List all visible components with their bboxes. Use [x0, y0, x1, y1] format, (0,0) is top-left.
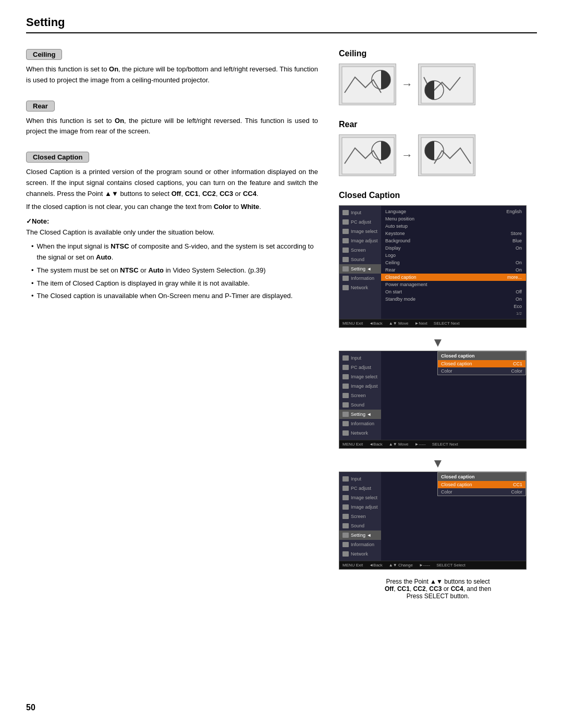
bullet-2: • [31, 265, 34, 276]
rear-after-box [418, 134, 475, 176]
ceiling-section: Ceiling When this function is set to On,… [26, 49, 318, 86]
ceiling-text: When this function is set to On, the pic… [26, 64, 318, 86]
rear-heading: Rear [339, 120, 537, 129]
rear-section: Rear When this function is set to On, th… [26, 101, 318, 138]
sidebar3-image-select: Image select [339, 493, 381, 502]
rear-before-svg [339, 135, 396, 176]
ceiling-tag: Ceiling [26, 49, 62, 60]
rear-after-svg [419, 135, 475, 176]
menu-main-3: Closed caption Closed captionCC1 ColorCo… [381, 472, 526, 561]
menu-row-closed-caption: Closed captionmore... [381, 274, 526, 281]
menu-sidebar-3: Input PC adjust Image select Image adjus… [339, 472, 381, 561]
ceiling-arrow: → [401, 78, 413, 91]
sidebar3-network: Network [339, 549, 381, 559]
footer3-back: ◄Back [369, 563, 383, 567]
footer3-select: SELECT Select [436, 563, 465, 567]
page-container: Setting Ceiling When this function is se… [0, 0, 563, 635]
rear-arrow: → [401, 149, 413, 162]
menu-row-ceiling: CeilingOn [381, 259, 526, 266]
menu-row-page: 1/2 [381, 310, 526, 317]
sidebar3-sound: Sound [339, 521, 381, 530]
footer3-change: ▲▼ Change [389, 563, 413, 567]
closed-caption-section: Closed Caption Closed Caption is a print… [26, 152, 318, 302]
submenu-3-row-color: ColorColor [438, 488, 525, 496]
bullet-3: • [31, 278, 34, 289]
menu-row-menu-pos: Menu position [381, 215, 526, 223]
page-number: 50 [26, 703, 35, 712]
menu-row-on-start: On startOff [381, 288, 526, 295]
menu-mockup-1: Input PC adjust Image select Image adjus… [339, 205, 527, 328]
sidebar2-input: Input [339, 353, 381, 363]
footer-move: ▲▼ Move [389, 321, 409, 326]
down-arrow-2: ▼ [339, 457, 537, 470]
closed-caption-intro: Closed Caption is a printed version of t… [26, 167, 318, 199]
note-items-list: • When the input signal is NTSC of compo… [26, 241, 318, 302]
sidebar2-screen: Screen [339, 391, 381, 400]
rear-tag: Rear [26, 101, 55, 112]
submenu-2-row-cc: Closed captionCC1 [438, 360, 525, 367]
note-item-1: • When the input signal is NTSC of compo… [31, 241, 318, 263]
footer2-move: ▲▼ Move [389, 442, 409, 447]
menu-footer-2: MENU Exit ◄Back ▲▼ Move ►----- SELECT Ne… [339, 440, 526, 448]
sidebar2-image-adjust: Image adjust [339, 381, 381, 391]
note-item-3-text: The item of Closed Caption is displayed … [37, 278, 250, 289]
sidebar3-pc-adjust: PC adjust [339, 484, 381, 493]
note-item-4-text: The Closed caption is unavailable when O… [37, 291, 293, 302]
page-title: Setting [26, 16, 537, 29]
menu-row-logo: Logo [381, 252, 526, 259]
ceiling-heading: Ceiling [339, 49, 537, 58]
sidebar3-screen: Screen [339, 512, 381, 521]
closed-caption-tag: Closed Caption [26, 152, 89, 163]
bottom-note-line3: Press SELECT button. [339, 593, 537, 600]
bullet-4: • [31, 291, 34, 302]
bottom-note-line1: Press the Point ▲▼ buttons to select [339, 578, 537, 585]
ceiling-after-svg [419, 64, 475, 105]
submenu-3-row-cc: Closed captionCC1 [438, 481, 525, 488]
note-situation: The Closed Caption is available only und… [26, 227, 318, 238]
menu-row-eco: Eco [381, 303, 526, 310]
footer-next: ►Next [414, 321, 427, 326]
footer2-exit: MENU Exit [342, 442, 363, 447]
note-item-1-text: When the input signal is NTSC of composi… [37, 241, 318, 263]
menu-sidebar-1: Input PC adjust Image select Image adjus… [339, 206, 381, 319]
submenu-3-title: Closed caption [438, 473, 525, 481]
menu-row-standby: Standby modeOn [381, 295, 526, 303]
submenu-2: Closed caption Closed captionCC1 ColorCo… [437, 351, 526, 375]
closed-caption-color-note: If the closed caption is not clear, you … [26, 202, 318, 213]
note-item-2: • The system must be set on NTSC or Auto… [31, 265, 318, 276]
sidebar2-pc-adjust: PC adjust [339, 363, 381, 372]
rear-before-box [339, 134, 396, 176]
menu-main-2: Closed caption Closed captionCC1 ColorCo… [381, 351, 526, 440]
menu-row-language: LanguageEnglish [381, 208, 526, 215]
ceiling-diagram-section: Ceiling → [339, 49, 537, 105]
footer2-back: ◄Back [369, 442, 383, 447]
menu-body-3: Input PC adjust Image select Image adjus… [339, 472, 526, 561]
menu-mockup-2: Input PC adjust Image select Image adjus… [339, 351, 527, 449]
right-column: Ceiling → [339, 49, 537, 614]
menu-sidebar-2: Input PC adjust Image select Image adjus… [339, 351, 381, 440]
left-column: Ceiling When this function is set to On,… [26, 49, 318, 614]
footer-select: SELECT Next [434, 321, 460, 326]
menu-row-rear: RearOn [381, 266, 526, 274]
submenu-3: Closed caption Closed captionCC1 ColorCo… [437, 472, 526, 496]
note-block: ✓Note: The Closed Caption is available o… [26, 217, 318, 302]
sidebar-screen: Screen [339, 245, 381, 255]
bottom-note: Press the Point ▲▼ buttons to select Off… [339, 578, 537, 600]
note-item-3: • The item of Closed Caption is displaye… [31, 278, 318, 289]
rear-text: When this function is set to On, the pic… [26, 116, 318, 138]
menu-mockup-3: Input PC adjust Image select Image adjus… [339, 472, 527, 570]
ceiling-before-svg [339, 64, 396, 105]
submenu-2-title: Closed caption [438, 352, 525, 360]
sidebar-image-select: Image select [339, 227, 381, 236]
ceiling-diagram-row: → [339, 64, 537, 105]
menu-row-keystone: KeystoneStore [381, 230, 526, 237]
sidebar-network: Network [339, 283, 381, 292]
sidebar2-sound: Sound [339, 400, 381, 410]
menu-row-background: BackgroundBlue [381, 237, 526, 244]
sidebar-information: Information [339, 274, 381, 283]
note-item-4: • The Closed caption is unavailable when… [31, 291, 318, 302]
menu-footer-3: MENU Exit ◄Back ▲▼ Change ►----- SELECT … [339, 561, 526, 569]
footer-back: ◄Back [369, 321, 383, 326]
note-item-2-text: The system must be set on NTSC or Auto i… [37, 265, 266, 276]
rear-diagram-section: Rear → [339, 120, 537, 176]
